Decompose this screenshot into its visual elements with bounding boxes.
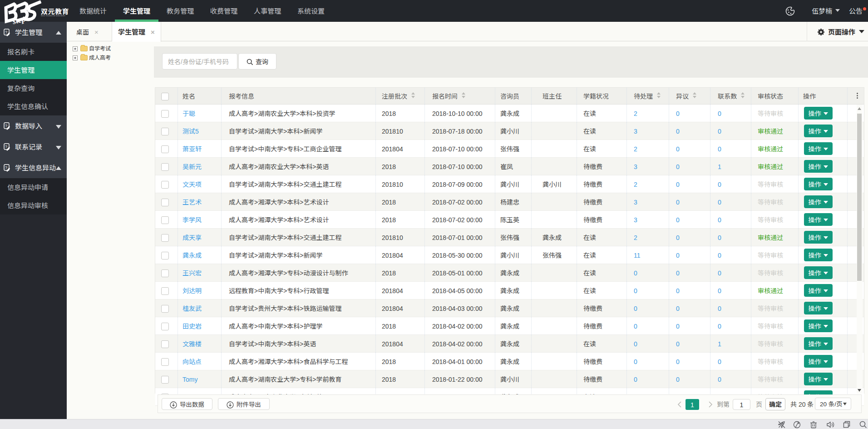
svg-text:?: ? (5, 165, 7, 170)
svg-text:?: ? (5, 144, 7, 150)
svg-text:?: ? (5, 123, 7, 129)
svg-text:step: step (11, 14, 27, 26)
svg-text:?: ? (5, 29, 7, 35)
